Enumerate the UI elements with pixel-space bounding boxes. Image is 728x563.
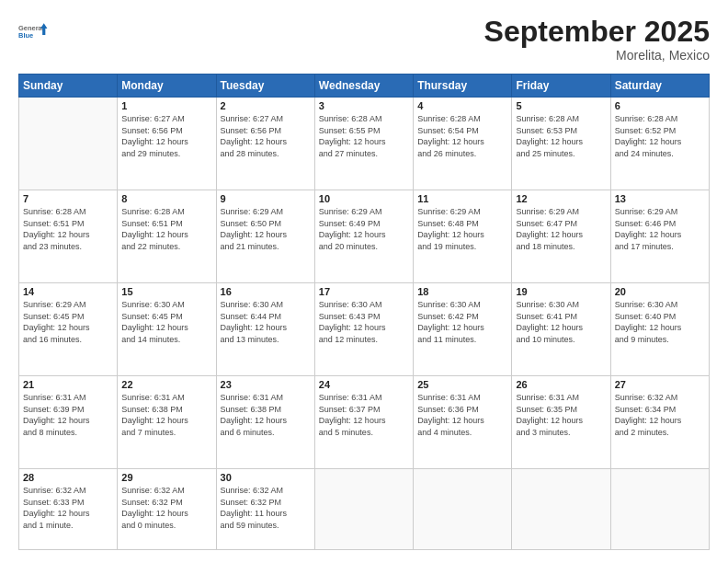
calendar-cell [610, 469, 709, 550]
calendar-cell: 7Sunrise: 6:28 AM Sunset: 6:51 PM Daylig… [19, 190, 118, 283]
day-info: Sunrise: 6:31 AM Sunset: 6:38 PM Dayligh… [221, 392, 311, 438]
day-number: 4 [417, 100, 507, 111]
calendar-cell: 4Sunrise: 6:28 AM Sunset: 6:54 PM Daylig… [414, 98, 512, 190]
calendar-cell [414, 469, 512, 550]
day-info: Sunrise: 6:32 AM Sunset: 6:32 PM Dayligh… [121, 485, 211, 531]
page-header: General Blue September 2025 Morelita, Me… [18, 17, 710, 63]
weekday-friday: Friday [512, 75, 610, 98]
calendar-cell: 6Sunrise: 6:28 AM Sunset: 6:52 PM Daylig… [610, 98, 709, 190]
day-info: Sunrise: 6:28 AM Sunset: 6:54 PM Dayligh… [417, 113, 507, 159]
day-number: 12 [516, 193, 606, 204]
calendar-cell: 30Sunrise: 6:32 AM Sunset: 6:32 PM Dayli… [216, 469, 314, 550]
day-number: 19 [516, 286, 606, 297]
day-number: 9 [221, 193, 311, 204]
calendar-cell: 11Sunrise: 6:29 AM Sunset: 6:48 PM Dayli… [414, 190, 512, 283]
day-number: 24 [319, 379, 409, 390]
day-number: 11 [417, 193, 507, 204]
day-number: 30 [221, 472, 311, 483]
calendar-cell: 18Sunrise: 6:30 AM Sunset: 6:42 PM Dayli… [414, 283, 512, 376]
week-row-3: 14Sunrise: 6:29 AM Sunset: 6:45 PM Dayli… [19, 283, 710, 376]
calendar-cell: 24Sunrise: 6:31 AM Sunset: 6:37 PM Dayli… [314, 376, 413, 469]
calendar-cell [314, 469, 413, 550]
day-info: Sunrise: 6:32 AM Sunset: 6:34 PM Dayligh… [615, 392, 705, 438]
calendar-cell: 15Sunrise: 6:30 AM Sunset: 6:45 PM Dayli… [118, 283, 216, 376]
calendar-cell: 26Sunrise: 6:31 AM Sunset: 6:35 PM Dayli… [512, 376, 610, 469]
calendar-cell: 12Sunrise: 6:29 AM Sunset: 6:47 PM Dayli… [512, 190, 610, 283]
calendar-cell: 28Sunrise: 6:32 AM Sunset: 6:33 PM Dayli… [19, 469, 118, 550]
logo-svg: General Blue [18, 17, 48, 46]
svg-text:Blue: Blue [18, 31, 33, 40]
day-number: 27 [615, 379, 705, 390]
month-title: September 2025 [484, 17, 710, 46]
day-number: 1 [121, 100, 211, 111]
day-number: 14 [23, 286, 113, 297]
day-number: 7 [23, 193, 113, 204]
day-info: Sunrise: 6:28 AM Sunset: 6:53 PM Dayligh… [516, 113, 606, 159]
day-info: Sunrise: 6:30 AM Sunset: 6:44 PM Dayligh… [221, 299, 311, 345]
day-number: 23 [221, 379, 311, 390]
day-info: Sunrise: 6:29 AM Sunset: 6:49 PM Dayligh… [319, 206, 409, 252]
day-info: Sunrise: 6:28 AM Sunset: 6:52 PM Dayligh… [615, 113, 705, 159]
day-number: 17 [319, 286, 409, 297]
day-info: Sunrise: 6:27 AM Sunset: 6:56 PM Dayligh… [121, 113, 211, 159]
logo: General Blue [18, 17, 48, 46]
title-block: September 2025 Morelita, Mexico [484, 17, 710, 63]
day-number: 3 [319, 100, 409, 111]
calendar-cell: 5Sunrise: 6:28 AM Sunset: 6:53 PM Daylig… [512, 98, 610, 190]
day-number: 8 [121, 193, 211, 204]
day-number: 21 [23, 379, 113, 390]
weekday-header-row: SundayMondayTuesdayWednesdayThursdayFrid… [19, 75, 710, 98]
day-info: Sunrise: 6:28 AM Sunset: 6:51 PM Dayligh… [121, 206, 211, 252]
day-info: Sunrise: 6:30 AM Sunset: 6:43 PM Dayligh… [319, 299, 409, 345]
day-info: Sunrise: 6:32 AM Sunset: 6:33 PM Dayligh… [23, 485, 113, 531]
day-number: 20 [615, 286, 705, 297]
day-info: Sunrise: 6:31 AM Sunset: 6:38 PM Dayligh… [121, 392, 211, 438]
weekday-sunday: Sunday [19, 75, 118, 98]
day-info: Sunrise: 6:31 AM Sunset: 6:36 PM Dayligh… [417, 392, 507, 438]
day-info: Sunrise: 6:27 AM Sunset: 6:56 PM Dayligh… [221, 113, 311, 159]
week-row-1: 1Sunrise: 6:27 AM Sunset: 6:56 PM Daylig… [19, 98, 710, 190]
day-info: Sunrise: 6:30 AM Sunset: 6:45 PM Dayligh… [121, 299, 211, 345]
calendar-cell: 20Sunrise: 6:30 AM Sunset: 6:40 PM Dayli… [610, 283, 709, 376]
weekday-thursday: Thursday [414, 75, 512, 98]
location-subtitle: Morelita, Mexico [484, 48, 710, 63]
day-number: 6 [615, 100, 705, 111]
calendar-cell: 9Sunrise: 6:29 AM Sunset: 6:50 PM Daylig… [216, 190, 314, 283]
day-number: 22 [121, 379, 211, 390]
calendar-cell: 29Sunrise: 6:32 AM Sunset: 6:32 PM Dayli… [118, 469, 216, 550]
day-info: Sunrise: 6:30 AM Sunset: 6:41 PM Dayligh… [516, 299, 606, 345]
day-number: 16 [221, 286, 311, 297]
day-info: Sunrise: 6:28 AM Sunset: 6:55 PM Dayligh… [319, 113, 409, 159]
day-number: 28 [23, 472, 113, 483]
calendar-cell: 3Sunrise: 6:28 AM Sunset: 6:55 PM Daylig… [314, 98, 413, 190]
calendar-cell [19, 98, 118, 190]
day-number: 10 [319, 193, 409, 204]
calendar-cell: 23Sunrise: 6:31 AM Sunset: 6:38 PM Dayli… [216, 376, 314, 469]
day-number: 5 [516, 100, 606, 111]
day-number: 26 [516, 379, 606, 390]
day-info: Sunrise: 6:28 AM Sunset: 6:51 PM Dayligh… [23, 206, 113, 252]
day-number: 25 [417, 379, 507, 390]
calendar-cell: 13Sunrise: 6:29 AM Sunset: 6:46 PM Dayli… [610, 190, 709, 283]
calendar-cell: 10Sunrise: 6:29 AM Sunset: 6:49 PM Dayli… [314, 190, 413, 283]
calendar-cell: 17Sunrise: 6:30 AM Sunset: 6:43 PM Dayli… [314, 283, 413, 376]
calendar-cell: 14Sunrise: 6:29 AM Sunset: 6:45 PM Dayli… [19, 283, 118, 376]
day-number: 2 [221, 100, 311, 111]
weekday-saturday: Saturday [610, 75, 709, 98]
day-info: Sunrise: 6:31 AM Sunset: 6:39 PM Dayligh… [23, 392, 113, 438]
day-info: Sunrise: 6:29 AM Sunset: 6:47 PM Dayligh… [516, 206, 606, 252]
calendar-cell [512, 469, 610, 550]
day-info: Sunrise: 6:29 AM Sunset: 6:45 PM Dayligh… [23, 299, 113, 345]
calendar-cell: 2Sunrise: 6:27 AM Sunset: 6:56 PM Daylig… [216, 98, 314, 190]
day-info: Sunrise: 6:30 AM Sunset: 6:40 PM Dayligh… [615, 299, 705, 345]
week-row-4: 21Sunrise: 6:31 AM Sunset: 6:39 PM Dayli… [19, 376, 710, 469]
calendar-cell: 19Sunrise: 6:30 AM Sunset: 6:41 PM Dayli… [512, 283, 610, 376]
day-info: Sunrise: 6:32 AM Sunset: 6:32 PM Dayligh… [221, 485, 311, 531]
calendar-cell: 8Sunrise: 6:28 AM Sunset: 6:51 PM Daylig… [118, 190, 216, 283]
day-info: Sunrise: 6:30 AM Sunset: 6:42 PM Dayligh… [417, 299, 507, 345]
day-number: 29 [121, 472, 211, 483]
week-row-5: 28Sunrise: 6:32 AM Sunset: 6:33 PM Dayli… [19, 469, 710, 550]
weekday-wednesday: Wednesday [314, 75, 413, 98]
day-info: Sunrise: 6:29 AM Sunset: 6:46 PM Dayligh… [615, 206, 705, 252]
day-info: Sunrise: 6:31 AM Sunset: 6:37 PM Dayligh… [319, 392, 409, 438]
